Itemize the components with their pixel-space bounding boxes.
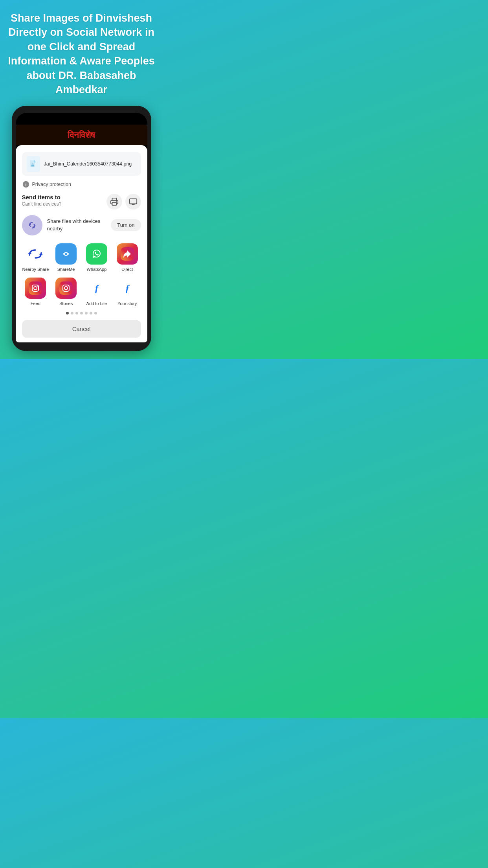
dot-2 (71, 312, 73, 314)
svg-point-16 (37, 285, 38, 286)
dot-1 (66, 312, 69, 314)
your-story-icon: f (117, 278, 138, 299)
shareme-label: ShareMe (57, 267, 75, 272)
privacy-text: Privacy protection (32, 182, 71, 187)
app-header: दिनविशेष (16, 125, 147, 145)
privacy-row: i Privacy protection (22, 180, 141, 188)
stories-icon (55, 278, 77, 299)
direct-label: Direct (121, 267, 133, 272)
dot-3 (75, 312, 78, 314)
feed-icon (25, 278, 46, 299)
direct-icon (117, 243, 138, 265)
add-to-lite-icon: f (86, 278, 107, 299)
svg-rect-11 (90, 247, 103, 261)
header-title: Share Images of Dinvishesh Directly on S… (8, 11, 155, 97)
phone-frame: दिनविशेष Jai_Bhim_Calender1603540773044.… (12, 106, 151, 351)
svg-point-7 (116, 201, 117, 202)
turn-on-button[interactable]: Turn on (111, 219, 141, 231)
whatsapp-icon (86, 243, 107, 265)
app-item-add-to-lite[interactable]: f Add to Lite (83, 278, 110, 306)
print-button[interactable] (106, 194, 122, 210)
app-title: दिनविशेष (68, 130, 95, 140)
pagination-dots (22, 312, 141, 314)
app-item-feed[interactable]: Feed (22, 278, 50, 306)
send-icons (106, 194, 141, 210)
phone-screen: दिनविशेष Jai_Bhim_Calender1603540773044.… (16, 125, 147, 342)
shareme-icon (55, 243, 77, 265)
send-items-left: Send items to Can't find devices? (22, 194, 62, 207)
app-item-nearby-share[interactable]: Nearby Share (22, 243, 50, 272)
whatsapp-label: WhatsApp (87, 267, 107, 272)
nearby-share-toggle-row: Share files with devices nearby Turn on (22, 215, 141, 235)
dot-5 (85, 312, 88, 314)
nearby-share-icon (25, 243, 46, 265)
your-story-label: Your story (117, 301, 137, 306)
send-items-row: Send items to Can't find devices? (22, 194, 141, 210)
svg-text:i: i (25, 182, 26, 187)
svg-rect-13 (29, 281, 42, 295)
phone-top-bar (16, 113, 147, 125)
privacy-icon: i (22, 180, 30, 188)
share-sheet: Jai_Bhim_Calender1603540773044.png i Pri… (16, 145, 147, 342)
send-items-title: Send items to (22, 194, 62, 200)
feed-label: Feed (31, 301, 40, 306)
svg-rect-6 (112, 202, 116, 205)
app-item-shareme[interactable]: ShareMe (52, 243, 80, 272)
file-icon (27, 156, 40, 172)
dot-4 (80, 312, 83, 314)
dot-7 (94, 312, 97, 314)
screen-share-button[interactable] (125, 194, 141, 210)
send-items-subtitle: Can't find devices? (22, 201, 62, 207)
svg-rect-8 (129, 199, 136, 204)
apps-grid: Nearby Share ShareMe (22, 243, 141, 306)
nearby-circle-icon (22, 215, 42, 235)
add-to-lite-label: Add to Lite (86, 301, 107, 306)
stories-label: Stories (59, 301, 73, 306)
nearby-share-label: Nearby Share (22, 267, 49, 272)
svg-rect-17 (59, 281, 73, 295)
file-row: Jai_Bhim_Calender1603540773044.png (22, 152, 141, 176)
app-item-stories[interactable]: Stories (52, 278, 80, 306)
svg-point-10 (65, 253, 67, 255)
app-item-direct[interactable]: Direct (114, 243, 141, 272)
dot-6 (90, 312, 92, 314)
app-item-your-story[interactable]: f Your story (114, 278, 141, 306)
svg-point-20 (68, 285, 68, 286)
file-name: Jai_Bhim_Calender1603540773044.png (44, 161, 132, 167)
svg-rect-1 (31, 164, 34, 166)
cancel-button[interactable]: Cancel (22, 320, 141, 338)
app-item-whatsapp[interactable]: WhatsApp (83, 243, 110, 272)
nearby-description: Share files with devices nearby (47, 218, 106, 232)
